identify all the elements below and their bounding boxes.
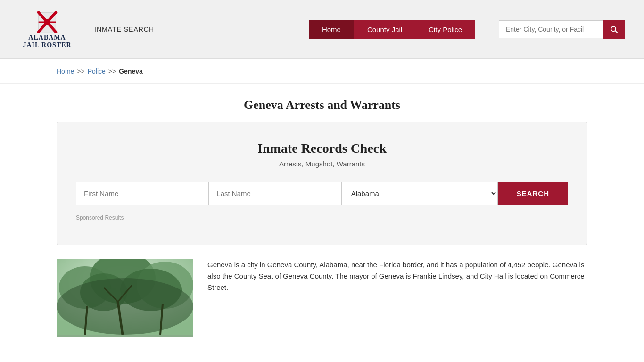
breadcrumb: Home >> Police >> Geneva [57,67,587,75]
breadcrumb-sep-2: >> [108,67,116,75]
state-select[interactable]: AlabamaAlaskaArizonaArkansasCaliforniaCo… [342,182,498,205]
inmate-search-link[interactable]: INMATE SEARCH [94,25,154,33]
search-form-row: AlabamaAlaskaArizonaArkansasCaliforniaCo… [76,182,568,205]
main-nav: Home County Jail City Police [309,20,475,39]
inmate-check-subtitle: Arrests, Mugshot, Warrants [76,160,568,168]
breadcrumb-current: Geneva [119,67,143,75]
breadcrumb-police-link[interactable]: Police [88,67,106,75]
search-icon [609,25,619,34]
city-image [57,259,193,337]
page-title-area: Geneva Arrests and Warrants [0,84,644,122]
site-header: ALABAMA JAIL ROSTER INMATE SEARCH Home C… [0,0,644,59]
svg-point-11 [57,278,193,335]
logo-text-line1: ALABAMA [28,34,66,41]
breadcrumb-home-link[interactable]: Home [57,67,74,75]
logo-text-line2: JAIL ROSTER [23,41,71,49]
nav-home-button[interactable]: Home [309,20,354,39]
logo-icon [35,9,59,33]
sponsored-label: Sponsored Results [76,214,568,221]
search-submit-button[interactable]: SEARCH [498,182,568,205]
nav-city-police-button[interactable]: City Police [415,20,475,39]
inmate-records-check-box: Inmate Records Check Arrests, Mugshot, W… [57,122,587,245]
description-section: Geneva is a city in Geneva County, Alaba… [57,259,587,351]
site-logo[interactable]: ALABAMA JAIL ROSTER [19,9,75,49]
breadcrumb-sep-1: >> [77,67,84,75]
city-description-text: Geneva is a city in Geneva County, Alaba… [207,259,587,337]
header-search-input[interactable] [499,20,603,38]
breadcrumb-area: Home >> Police >> Geneva [0,59,644,84]
inmate-check-title: Inmate Records Check [76,141,568,156]
header-search-button[interactable] [603,20,625,39]
first-name-input[interactable] [76,182,209,205]
header-search-area [499,20,625,39]
nav-county-jail-button[interactable]: County Jail [354,20,415,39]
page-title: Geneva Arrests and Warrants [19,98,625,112]
tree-image-svg [57,259,193,335]
last-name-input[interactable] [209,182,341,205]
